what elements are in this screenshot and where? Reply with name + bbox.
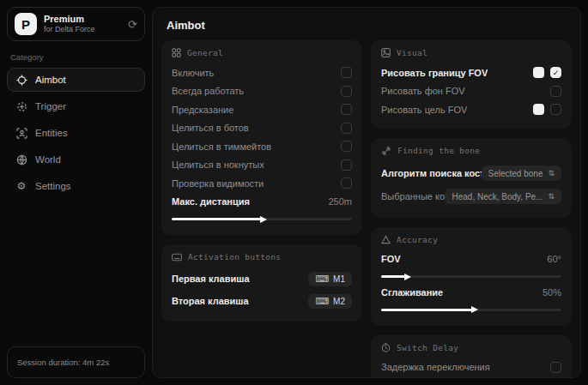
switch-delay-slider-row: Задержка переключения (мс) 1000 ms [381, 376, 561, 378]
toggle-row: Включить [172, 63, 352, 82]
slider-thumb[interactable] [404, 274, 411, 280]
checkbox[interactable] [341, 86, 352, 97]
visual-title: Visual [397, 48, 427, 57]
content-columns: General Включить Всегда работать Предска… [153, 40, 580, 377]
slider-fill [172, 218, 262, 220]
visual-row: Рисовать фон FOV [381, 82, 561, 101]
keybind-row: Вторая клавиша ⌨ M2 [172, 290, 352, 312]
visual-card: Visual Рисовать границу FOV ✓ Рисовать ф… [371, 40, 572, 129]
sidebar: P Premium for Delta Force ⟳ Category Aim… [0, 0, 152, 385]
checkbox[interactable] [550, 86, 561, 97]
keyboard-icon: ⌨ [315, 274, 329, 284]
brand-title: Premium [44, 14, 121, 25]
select-value: Selected bone [488, 169, 543, 178]
checkbox[interactable] [341, 177, 352, 189]
toggle-label: Предсказание [172, 105, 233, 115]
chevron-updown-icon: ⇅ [548, 193, 555, 201]
sidebar-item-entities[interactable]: Entities [7, 121, 145, 145]
bone-card: Finding the bone Алгоритм поиска кост Se… [371, 138, 572, 218]
brand-logo-letter: P [21, 17, 30, 32]
fov-slider[interactable] [381, 275, 561, 278]
checkbox[interactable] [550, 362, 561, 373]
smoothing-slider[interactable] [381, 309, 561, 311]
max-distance-label: Макс. дистанция [172, 196, 250, 207]
sidebar-item-world[interactable]: World [7, 147, 145, 171]
main-panel: Aimbot General Включить [152, 7, 581, 378]
brand-subtitle: for Delta Force [44, 25, 121, 34]
triangle-icon [381, 235, 391, 244]
checkbox[interactable]: ✓ [550, 67, 561, 78]
switch-delay-header: Switch Delay [381, 343, 561, 352]
toggle-row: Целиться в тиммейтов [172, 137, 352, 156]
sync-icon[interactable]: ⟳ [128, 19, 137, 30]
bone-row: Выбранные кос Head, Neck, Body, Pe... ⇅ [381, 185, 561, 208]
right-column: Visual Рисовать границу FOV ✓ Рисовать ф… [371, 40, 572, 369]
activation-title: Activation buttons [188, 252, 281, 262]
selected-bones-select[interactable]: Head, Neck, Body, Pe... ⇅ [445, 189, 561, 204]
keybind-label: Вторая клавиша [172, 296, 249, 306]
bone-algorithm-select[interactable]: Selected bone ⇅ [482, 165, 562, 181]
checkbox[interactable] [341, 67, 352, 78]
sidebar-item-trigger[interactable]: Trigger [7, 94, 145, 118]
app-window: P Premium for Delta Force ⟳ Category Aim… [0, 0, 588, 385]
brand-text: Premium for Delta Force [44, 14, 121, 34]
globe-icon [15, 153, 27, 165]
crosshair-icon [15, 74, 27, 86]
sidebar-item-label: Settings [35, 181, 71, 191]
checkbox[interactable] [341, 123, 352, 134]
slider-thumb[interactable] [260, 216, 267, 223]
smoothing-value: 50% [543, 287, 561, 298]
visual-label: Рисовать цель FOV [381, 105, 467, 115]
general-title: General [187, 48, 223, 57]
color-swatch[interactable] [533, 67, 544, 78]
keybind-row: Первая клавиша ⌨ M1 [172, 268, 352, 290]
keybind-button-m2[interactable]: ⌨ M2 [308, 294, 352, 309]
smoothing-label: Сглаживание [381, 287, 443, 298]
sidebar-item-label: World [35, 154, 61, 165]
clock-icon [381, 343, 391, 352]
select-value: Head, Neck, Body, Pe... [452, 192, 543, 202]
visual-header: Visual [381, 48, 561, 57]
toggle-label: Всегда работать [172, 86, 244, 96]
max-distance-slider[interactable] [172, 218, 352, 220]
color-swatch[interactable] [533, 104, 544, 115]
brand-card: P Premium for Delta Force ⟳ [7, 7, 145, 41]
keybind-value: M2 [333, 297, 345, 306]
toggle-row: Предсказание [172, 100, 352, 119]
activation-card: Activation buttons Первая клавиша ⌨ M1 В… [161, 244, 362, 322]
checkbox[interactable] [341, 141, 352, 152]
checkbox[interactable] [341, 159, 352, 171]
toggle-row: Всегда работать [172, 82, 352, 101]
keybind-button-m1[interactable]: ⌨ M1 [308, 272, 352, 286]
fov-label: FOV [381, 254, 401, 264]
visual-row: Рисовать границу FOV ✓ [381, 63, 561, 82]
slider-thumb[interactable] [471, 306, 478, 313]
sidebar-item-label: Aimbot [35, 75, 66, 85]
accuracy-card: Accuracy FOV 60° Сглаживание 50% [371, 227, 572, 326]
sidebar-item-settings[interactable]: ⚙ Settings [7, 174, 145, 198]
max-distance-value: 250m [328, 196, 352, 207]
session-duration: Session duration: 4m 22s [7, 346, 145, 378]
keyboard-icon [172, 253, 182, 262]
sidebar-item-aimbot[interactable]: Aimbot [7, 68, 145, 92]
slider-fill [381, 309, 473, 311]
fov-value: 60° [547, 254, 561, 264]
checkbox[interactable] [550, 104, 561, 115]
gear-icon: ⚙ [15, 180, 27, 192]
keybind-value: M1 [333, 274, 345, 284]
toggle-label: Включить [172, 68, 214, 78]
toggle-label: Целиться в тиммейтов [172, 141, 271, 152]
general-header: General [172, 48, 352, 57]
toggle-row: Целиться в ботов [172, 119, 352, 138]
bone-title: Finding the bone [397, 146, 480, 155]
general-card: General Включить Всегда работать Предска… [161, 40, 362, 235]
brand-logo: P [15, 13, 37, 35]
keyboard-icon: ⌨ [315, 297, 329, 306]
toggle-label: Проверка видимости [172, 178, 264, 189]
slider-fill [381, 275, 406, 278]
toggle-label: Целиться в ботов [172, 123, 249, 133]
checkbox[interactable] [341, 104, 352, 115]
accuracy-header: Accuracy [381, 235, 561, 244]
visual-label: Рисовать границу FOV [381, 68, 488, 78]
grid-icon [172, 48, 181, 57]
